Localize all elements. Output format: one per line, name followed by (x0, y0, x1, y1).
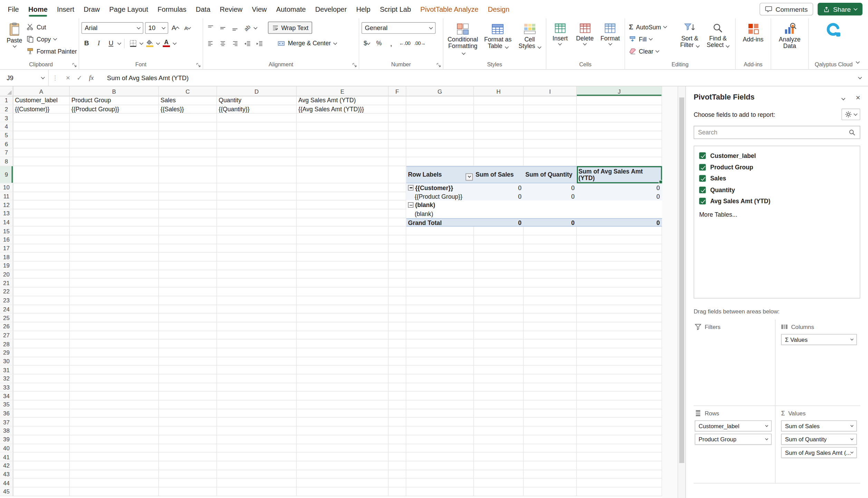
rows-pill-product-group[interactable]: Product Group (695, 434, 772, 445)
cell-C24[interactable] (159, 305, 217, 313)
cell-J5[interactable] (577, 131, 662, 140)
cell-E19[interactable] (297, 262, 389, 270)
pivot-row-label[interactable]: {{Customer}} (406, 183, 474, 192)
sort-filter-button[interactable]: Sort & Filter (676, 21, 703, 49)
cell-E35[interactable] (297, 401, 389, 409)
pivot-value-cell[interactable]: 0 (474, 193, 524, 200)
cell-F43[interactable] (389, 470, 406, 479)
cell-F30[interactable] (389, 357, 406, 366)
row-header-45[interactable]: 45 (0, 487, 13, 496)
cell-G1[interactable] (406, 96, 474, 105)
cell-A2[interactable]: {{Customer}} (13, 105, 69, 114)
cell-B14[interactable] (70, 218, 159, 227)
cell-A12[interactable] (13, 201, 69, 209)
cell-B21[interactable] (70, 279, 159, 288)
cell-I8[interactable] (524, 157, 577, 166)
cell-G8[interactable] (406, 157, 474, 166)
row-header-29[interactable]: 29 (0, 348, 13, 357)
vertical-scrollbar[interactable] (678, 86, 685, 498)
column-header-G[interactable]: G (406, 86, 474, 96)
cell-D45[interactable] (217, 487, 297, 496)
cell-G41[interactable] (406, 453, 474, 461)
cell-J20[interactable] (577, 270, 662, 279)
cell-G4[interactable] (406, 122, 474, 131)
cell-A35[interactable] (13, 401, 69, 409)
cell-B38[interactable] (70, 426, 159, 435)
cell-A13[interactable] (13, 209, 69, 218)
row-header-21[interactable]: 21 (0, 279, 13, 288)
share-button[interactable]: Share (818, 3, 862, 16)
cell-D31[interactable] (217, 366, 297, 374)
increase-font-size-button[interactable]: A (170, 22, 180, 33)
cell-B10[interactable] (70, 183, 159, 192)
cell-I22[interactable] (524, 288, 577, 296)
cell-G23[interactable] (406, 296, 474, 305)
row-header-25[interactable]: 25 (0, 313, 13, 322)
cell-C14[interactable] (159, 218, 217, 227)
increase-decimal-button[interactable]: ←.00 (398, 38, 411, 49)
cell-C36[interactable] (159, 409, 217, 418)
cell-D35[interactable] (217, 401, 297, 409)
cell-H5[interactable] (474, 131, 524, 140)
row-header-1[interactable]: 1 (0, 96, 13, 105)
cell-J15[interactable] (577, 227, 662, 235)
cell-J29[interactable] (577, 348, 662, 357)
cell-B3[interactable] (70, 114, 159, 122)
cell-E2[interactable]: {{Avg Sales Amt (YTD)}} (297, 105, 389, 114)
cell-A27[interactable] (13, 331, 69, 340)
cell-A22[interactable] (13, 288, 69, 296)
cell-C13[interactable] (159, 209, 217, 218)
cell-D6[interactable] (217, 140, 297, 149)
cell-B35[interactable] (70, 401, 159, 409)
field-checkbox[interactable] (699, 152, 706, 159)
cell-F2[interactable] (389, 105, 406, 114)
field-item-sales[interactable]: Sales (699, 173, 855, 184)
cell-I7[interactable] (524, 149, 577, 157)
cell-I45[interactable] (524, 487, 577, 496)
cell-E28[interactable] (297, 340, 389, 348)
cell-I5[interactable] (524, 131, 577, 140)
cell-H30[interactable] (474, 357, 524, 366)
row-header-31[interactable]: 31 (0, 366, 13, 374)
cell-C3[interactable] (159, 114, 217, 122)
cell-D13[interactable] (217, 209, 297, 218)
cell-C17[interactable] (159, 244, 217, 253)
cell-J37[interactable] (577, 418, 662, 426)
row-header-41[interactable]: 41 (0, 453, 13, 461)
cell-E33[interactable] (297, 383, 389, 392)
cell-A23[interactable] (13, 296, 69, 305)
cell-D4[interactable] (217, 122, 297, 131)
cell-I6[interactable] (524, 140, 577, 149)
cell-E5[interactable] (297, 131, 389, 140)
row-header-42[interactable]: 42 (0, 461, 13, 470)
cell-H16[interactable] (474, 235, 524, 244)
cell-I31[interactable] (524, 366, 577, 374)
fields-settings-button[interactable] (841, 109, 860, 120)
cell-H32[interactable] (474, 374, 524, 383)
column-header-F[interactable]: F (389, 86, 406, 96)
cell-G26[interactable] (406, 322, 474, 331)
cell-J19[interactable] (577, 262, 662, 270)
cell-H15[interactable] (474, 227, 524, 235)
cell-I3[interactable] (524, 114, 577, 122)
row-header-7[interactable]: 7 (0, 149, 13, 157)
menu-tab-insert[interactable]: Insert (57, 0, 74, 18)
cell-H36[interactable] (474, 409, 524, 418)
cell-I41[interactable] (524, 453, 577, 461)
cell-F5[interactable] (389, 131, 406, 140)
cell-D40[interactable] (217, 444, 297, 453)
row-header-3[interactable]: 3 (0, 114, 13, 122)
cell-A40[interactable] (13, 444, 69, 453)
row-header-44[interactable]: 44 (0, 479, 13, 487)
spreadsheet-grid[interactable]: ABCDEFGHIJ1Customer_labelProduct GroupSa… (0, 86, 662, 498)
columns-area[interactable]: Columns Σ Values (775, 320, 860, 406)
cell-G35[interactable] (406, 401, 474, 409)
cell-B9[interactable] (70, 166, 159, 183)
cell-D32[interactable] (217, 374, 297, 383)
column-header-B[interactable]: B (70, 86, 159, 96)
enter-icon[interactable]: ✓ (77, 74, 82, 82)
cell-J45[interactable] (577, 487, 662, 496)
cell-H33[interactable] (474, 383, 524, 392)
align-bottom-button[interactable] (230, 22, 240, 33)
cell-J32[interactable] (577, 374, 662, 383)
